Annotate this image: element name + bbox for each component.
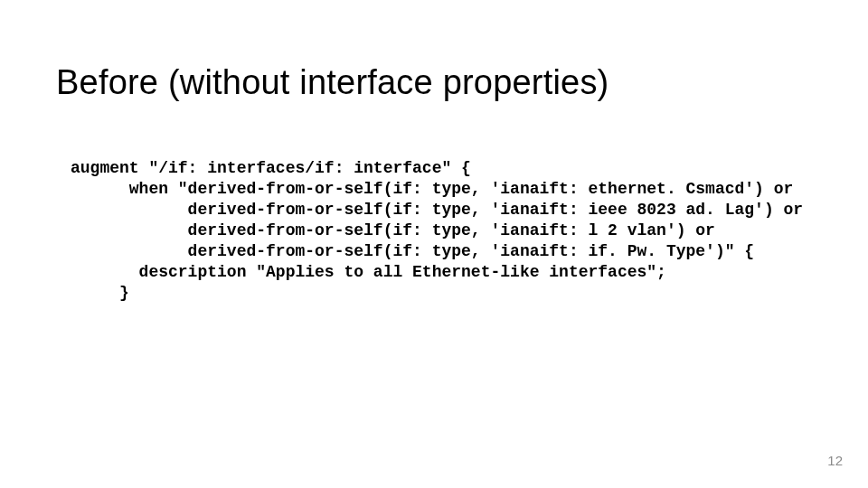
- code-line: description "Applies to all Ethernet-lik…: [71, 263, 666, 281]
- slide-title: Before (without interface properties): [56, 63, 609, 102]
- code-line: derived-from-or-self(if: type, 'ianaift:…: [71, 221, 715, 239]
- code-block: augment "/if: interfaces/if: interface" …: [71, 158, 803, 304]
- code-line: augment "/if: interfaces/if: interface" …: [71, 159, 471, 177]
- slide: Before (without interface properties) au…: [0, 0, 868, 488]
- page-number: 12: [827, 453, 843, 468]
- code-line: derived-from-or-self(if: type, 'ianaift:…: [71, 242, 754, 260]
- code-line: derived-from-or-self(if: type, 'ianaift:…: [71, 201, 803, 219]
- code-line: when "derived-from-or-self(if: type, 'ia…: [71, 180, 793, 198]
- code-line: }: [71, 284, 129, 302]
